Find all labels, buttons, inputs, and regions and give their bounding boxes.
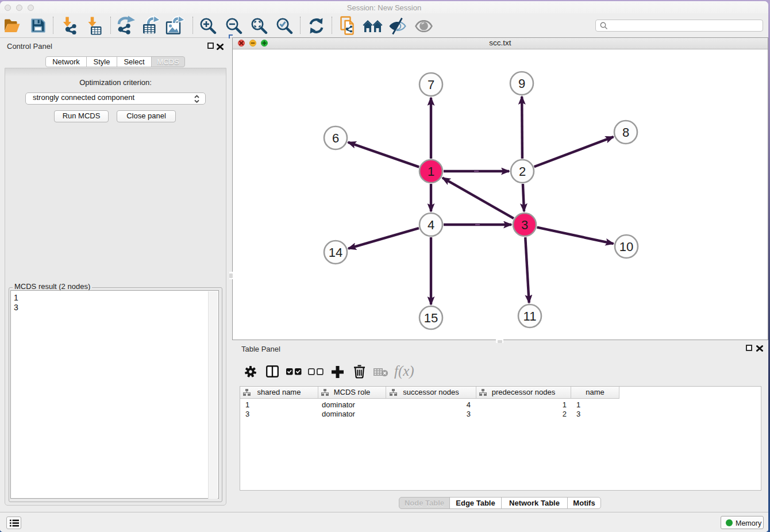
svg-text:3: 3 (521, 218, 528, 232)
svg-text:4: 4 (428, 218, 434, 232)
svg-text:7: 7 (428, 78, 434, 92)
svg-text:8: 8 (622, 125, 629, 140)
svg-text:15: 15 (424, 311, 438, 325)
svg-text:9: 9 (518, 76, 525, 91)
svg-text:11: 11 (523, 309, 537, 323)
svg-text:6: 6 (332, 131, 339, 145)
svg-text:f(x): f(x) (394, 363, 414, 379)
svg-text:10: 10 (619, 240, 633, 254)
svg-text:1: 1 (428, 164, 434, 179)
svg-text:2: 2 (519, 164, 526, 179)
svg-text:14: 14 (329, 245, 342, 260)
